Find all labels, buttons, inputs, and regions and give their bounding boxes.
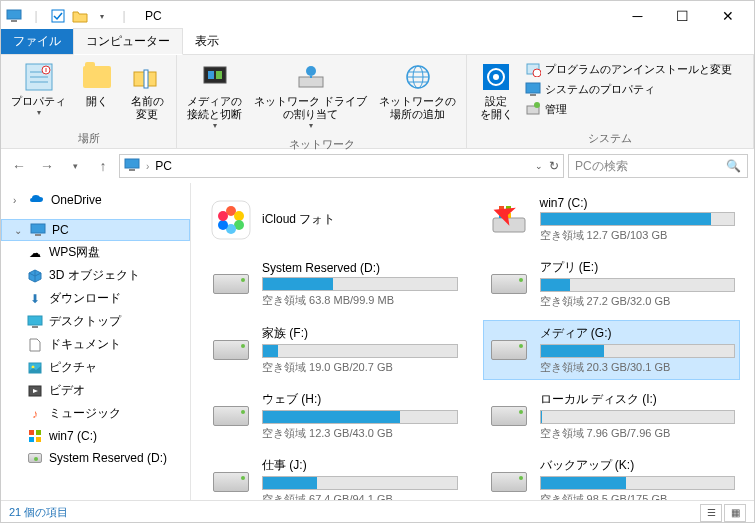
- chevron-icon[interactable]: ›: [13, 195, 23, 206]
- item-drive-work[interactable]: 仕事 (J:)空き領域 67.4 GB/94.1 GB: [205, 452, 463, 500]
- svg-rect-6: [144, 70, 148, 88]
- folder-small-icon[interactable]: [71, 7, 89, 25]
- search-input[interactable]: PCの検索 🔍: [568, 154, 748, 178]
- sidebar-item-videos[interactable]: ビデオ: [1, 379, 190, 402]
- cube-icon: [27, 268, 43, 284]
- map-network-drive-button[interactable]: ネットワーク ドライブ の割り当て ▾: [248, 57, 373, 135]
- ribbon-group-label: 場所: [5, 129, 172, 148]
- refresh-icon[interactable]: ↻: [549, 159, 559, 173]
- svg-point-16: [493, 74, 499, 80]
- sidebar-item-system-reserved[interactable]: System Reserved (D:): [1, 447, 190, 469]
- uninstall-programs-button[interactable]: プログラムのアンインストールと変更: [525, 61, 732, 77]
- nav-back-button[interactable]: ←: [7, 154, 31, 178]
- media-connect-button[interactable]: メディアの 接続と切断 ▾: [181, 57, 248, 135]
- pc-icon: [124, 158, 140, 175]
- close-button[interactable]: ✕: [705, 1, 750, 31]
- window-title: PC: [145, 9, 162, 23]
- nav-recent-dropdown[interactable]: ▾: [63, 154, 87, 178]
- sidebar-item-documents[interactable]: ドキュメント: [1, 333, 190, 356]
- address-bar[interactable]: › PC ⌄ ↻: [119, 154, 564, 178]
- folder-open-icon: [81, 61, 113, 93]
- sidebar-item-wps[interactable]: ☁WPS网盘: [1, 241, 190, 264]
- download-icon: ⬇: [27, 291, 43, 307]
- ribbon-group-label: システム: [471, 129, 749, 148]
- svg-point-18: [533, 69, 541, 77]
- svg-rect-45: [506, 206, 511, 211]
- view-large-icons-button[interactable]: ▦: [724, 504, 746, 522]
- item-drive-apps[interactable]: アプリ (E:)空き領域 27.2 GB/32.0 GB: [483, 254, 741, 314]
- checkbox-icon[interactable]: [49, 7, 67, 25]
- breadcrumb-pc[interactable]: PC: [155, 159, 172, 173]
- drive-icon: [488, 332, 530, 368]
- main-area: › OneDrive ⌄ PC ☁WPS网盘 3D オブジェクト ⬇ダウンロード…: [1, 183, 754, 500]
- svg-rect-33: [36, 430, 41, 435]
- sidebar-item-desktop[interactable]: デスクトップ: [1, 310, 190, 333]
- titlebar: | ▾ | PC ─ ☐ ✕: [1, 1, 754, 31]
- settings-icon: [480, 61, 512, 93]
- ribbon-group-label: ネットワーク: [181, 135, 462, 154]
- item-icloud-photos[interactable]: iCloud フォト: [205, 191, 463, 248]
- add-network-location-button[interactable]: ネットワークの 場所の追加: [373, 57, 462, 135]
- tab-view[interactable]: 表示: [183, 29, 231, 54]
- system-properties-icon: [525, 81, 541, 97]
- photos-icon: [210, 202, 252, 238]
- pc-icon: [5, 7, 23, 25]
- qat-separator: |: [27, 7, 45, 25]
- svg-rect-35: [36, 437, 41, 442]
- rename-button[interactable]: 名前の 変更: [122, 57, 172, 129]
- qat-dropdown-icon[interactable]: ▾: [93, 7, 111, 25]
- sidebar-item-onedrive[interactable]: › OneDrive: [1, 189, 190, 211]
- video-icon: [27, 383, 43, 399]
- tab-file[interactable]: ファイル: [1, 29, 73, 54]
- nav-forward-button[interactable]: →: [35, 154, 59, 178]
- item-drive-backup[interactable]: バックアップ (K:)空き領域 98.5 GB/175 GB: [483, 452, 741, 500]
- svg-point-22: [534, 102, 540, 108]
- svg-point-42: [218, 211, 228, 221]
- sidebar-item-win7[interactable]: win7 (C:): [1, 425, 190, 447]
- item-drive-family[interactable]: 家族 (F:)空き領域 19.0 GB/20.7 GB: [205, 320, 463, 380]
- item-drive-local-i[interactable]: ローカル ディスク (I:)空き領域 7.96 GB/7.96 GB: [483, 386, 741, 446]
- svg-rect-2: [52, 10, 64, 22]
- sidebar-item-downloads[interactable]: ⬇ダウンロード: [1, 287, 190, 310]
- maximize-button[interactable]: ☐: [660, 1, 705, 31]
- music-icon: ♪: [27, 406, 43, 422]
- item-drive-web[interactable]: ウェブ (H:)空き領域 12.3 GB/43.0 GB: [205, 386, 463, 446]
- item-drive-media[interactable]: メディア (G:)空き領域 20.3 GB/30.1 GB: [483, 320, 741, 380]
- drive-icon: [210, 464, 252, 500]
- svg-point-38: [234, 211, 244, 221]
- system-properties-button[interactable]: システムのプロパティ: [525, 81, 732, 97]
- svg-rect-0: [7, 10, 21, 19]
- svg-rect-28: [32, 326, 38, 328]
- svg-rect-24: [129, 169, 135, 171]
- svg-rect-20: [530, 94, 536, 96]
- svg-rect-9: [216, 71, 222, 79]
- svg-rect-27: [28, 316, 42, 325]
- open-settings-button[interactable]: 設定 を開く: [471, 57, 521, 129]
- drive-icon: [488, 398, 530, 434]
- svg-rect-34: [29, 437, 34, 442]
- item-drive-win7[interactable]: win7 (C:)空き領域 12.7 GB/103 GB: [483, 191, 741, 248]
- minimize-button[interactable]: ─: [615, 1, 660, 31]
- item-drive-system-reserved[interactable]: System Reserved (D:)空き領域 63.8 MB/99.9 MB: [205, 254, 463, 314]
- nav-up-button[interactable]: ↑: [91, 154, 115, 178]
- open-button[interactable]: 開く: [72, 57, 122, 129]
- properties-icon: [23, 61, 55, 93]
- ribbon-group-location: プロパティ ▾ 開く 名前の 変更 場所: [1, 55, 177, 148]
- sidebar-item-3d-objects[interactable]: 3D オブジェクト: [1, 264, 190, 287]
- media-icon: [199, 61, 231, 93]
- manage-button[interactable]: 管理: [525, 101, 732, 117]
- sidebar-item-pc[interactable]: ⌄ PC: [1, 219, 190, 241]
- properties-button[interactable]: プロパティ ▾: [5, 57, 72, 129]
- document-icon: [27, 337, 43, 353]
- tab-computer[interactable]: コンピューター: [73, 28, 183, 55]
- search-placeholder: PCの検索: [575, 158, 720, 175]
- sidebar-item-music[interactable]: ♪ミュージック: [1, 402, 190, 425]
- view-details-button[interactable]: ☰: [700, 504, 722, 522]
- breadcrumb-separator[interactable]: ›: [146, 161, 149, 172]
- navigation-pane: › OneDrive ⌄ PC ☁WPS网盘 3D オブジェクト ⬇ダウンロード…: [1, 183, 191, 500]
- ribbon-group-system: 設定 を開く プログラムのアンインストールと変更 システムのプロパティ 管理 シ…: [467, 55, 754, 148]
- svg-rect-23: [125, 159, 139, 168]
- chevron-down-icon[interactable]: ⌄: [14, 225, 24, 236]
- sidebar-item-pictures[interactable]: ピクチャ: [1, 356, 190, 379]
- address-dropdown-icon[interactable]: ⌄: [535, 161, 543, 171]
